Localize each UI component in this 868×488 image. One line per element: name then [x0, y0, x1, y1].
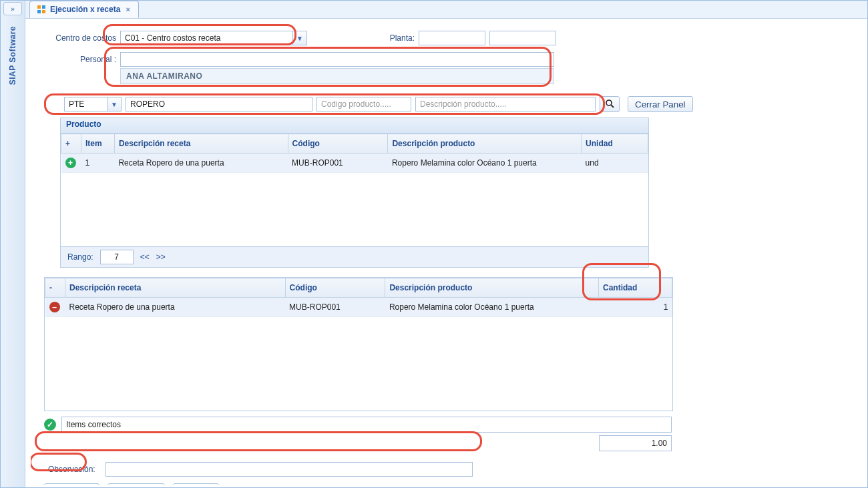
status-message: Items correctos: [61, 417, 672, 433]
codigo-search-input[interactable]: [316, 97, 411, 111]
personal-wrapper: ANA ALTAMIRANO: [120, 52, 554, 84]
app-root: » SIAP Software Ejecución x receta × Cen…: [0, 0, 868, 488]
cart-row[interactable]: – Receta Ropero de una puerta MUB-ROP001…: [45, 298, 672, 317]
svg-rect-0: [37, 5, 41, 9]
centro-costos-combo[interactable]: ▼: [120, 31, 307, 45]
cell-codigo: MUB-ROP001: [285, 298, 385, 317]
rango-label: Rango:: [67, 252, 93, 262]
cell-codigo: MUB-ROP001: [288, 154, 388, 173]
cart-grid: - Descripción receta Código Descripción …: [45, 278, 672, 317]
personal-suggestion[interactable]: ANA ALTAMIRANO: [120, 68, 554, 84]
check-icon: [44, 419, 56, 431]
pager-next-button[interactable]: >>: [156, 252, 166, 262]
svg-rect-2: [37, 10, 41, 13]
planta-input-2[interactable]: [489, 31, 556, 45]
planta-label: Planta:: [385, 33, 415, 43]
close-icon[interactable]: ×: [124, 5, 131, 13]
producto-grid: + Item Descripción receta Código Descrip…: [61, 134, 648, 173]
col-item: Item: [81, 134, 114, 154]
col-desc-receta: Descripción receta: [65, 278, 285, 298]
add-row-button[interactable]: +: [65, 158, 76, 168]
cell-desc-receta: Receta Ropero de una puerta: [65, 298, 285, 317]
receta-input[interactable]: [126, 97, 312, 111]
col-cantidad: Cantidad: [599, 278, 672, 298]
rango-input[interactable]: [100, 250, 134, 264]
cell-desc-prod: Ropero Melamina color Océano 1 puerta: [385, 298, 599, 317]
pager-prev-button[interactable]: <<: [140, 252, 150, 262]
producto-pager: Rango: << >>: [61, 246, 648, 267]
side-app-label[interactable]: SIAP Software: [8, 26, 17, 85]
svg-point-4: [606, 100, 612, 105]
expand-side-button[interactable]: »: [3, 2, 22, 15]
limpiar-button[interactable]: Limpiar: [107, 483, 165, 485]
recipe-icon: [37, 5, 46, 14]
cerrar-panel-button[interactable]: Cerrar Panel: [628, 96, 693, 112]
col-unidad: Unidad: [582, 134, 648, 154]
cell-unidad: und: [582, 154, 648, 173]
remove-row-button[interactable]: –: [49, 302, 60, 312]
col-desc-prod: Descripción producto: [388, 134, 582, 154]
observacion-input[interactable]: [105, 462, 473, 477]
tab-strip: Ejecución x receta ×: [25, 1, 867, 19]
svg-rect-3: [42, 10, 45, 13]
footer-toolbar: Grabar Limpiar Salir: [44, 483, 849, 485]
producto-grid-header: + Item Descripción receta Código Descrip…: [61, 134, 648, 154]
grabar-button[interactable]: Grabar: [44, 483, 99, 485]
producto-row[interactable]: + 1 Receta Ropero de una puerta MUB-ROP0…: [61, 154, 648, 173]
chevron-down-icon[interactable]: ▼: [292, 31, 306, 45]
observacion-label: Observación:: [44, 465, 101, 474]
descripcion-search-input[interactable]: [415, 97, 596, 111]
personal-label: Personal :: [44, 52, 116, 64]
cell-desc-receta: Receta Ropero de una puerta: [114, 154, 288, 173]
svg-line-5: [611, 105, 614, 107]
tab-ejecucion-receta[interactable]: Ejecución x receta ×: [29, 1, 139, 18]
search-button[interactable]: [600, 96, 620, 112]
cart-grid-header: - Descripción receta Código Descripción …: [45, 278, 672, 298]
side-gutter: » SIAP Software: [1, 1, 25, 487]
cell-item: 1: [81, 154, 114, 173]
tab-label: Ejecución x receta: [50, 5, 120, 14]
cell-desc-prod: Ropero Melamina color Océano 1 puerta: [388, 154, 582, 173]
chevron-down-icon[interactable]: ▼: [107, 97, 121, 111]
row-observacion: Observación:: [44, 462, 849, 477]
row-search: ▼ Cerrar Panel: [44, 96, 849, 112]
tipo-combo[interactable]: ▼: [64, 97, 122, 111]
producto-panel-title: Producto: [61, 118, 648, 134]
chevron-right-double-icon: »: [11, 5, 15, 13]
form-panel: Centro de costos ▼ Planta: Personal : AN…: [31, 24, 862, 485]
cell-cantidad[interactable]: 1: [599, 298, 672, 317]
centro-costos-label: Centro de costos: [44, 33, 116, 43]
status-row: Items correctos: [44, 417, 672, 433]
col-codigo: Código: [288, 134, 388, 154]
salir-button[interactable]: Salir: [173, 483, 219, 485]
main-column: Ejecución x receta × Centro de costos ▼ …: [25, 1, 867, 487]
personal-input[interactable]: [120, 52, 554, 67]
planta-input-1[interactable]: [419, 31, 485, 45]
total-row: 1.00: [44, 435, 672, 451]
col-plus: +: [61, 134, 81, 154]
col-minus: -: [45, 278, 65, 298]
col-desc-prod: Descripción producto: [385, 278, 599, 298]
search-icon: [605, 99, 614, 110]
producto-panel: Producto + Item Descripción receta Códig…: [60, 117, 649, 268]
centro-costos-input[interactable]: [120, 31, 307, 45]
row-centro-planta: Centro de costos ▼ Planta:: [44, 31, 849, 45]
svg-rect-1: [42, 5, 45, 9]
col-codigo: Código: [285, 278, 385, 298]
cart-panel: - Descripción receta Código Descripción …: [44, 277, 673, 411]
row-personal: Personal : ANA ALTAMIRANO: [44, 52, 849, 84]
total-value: 1.00: [599, 435, 672, 451]
col-desc-receta: Descripción receta: [114, 134, 288, 154]
